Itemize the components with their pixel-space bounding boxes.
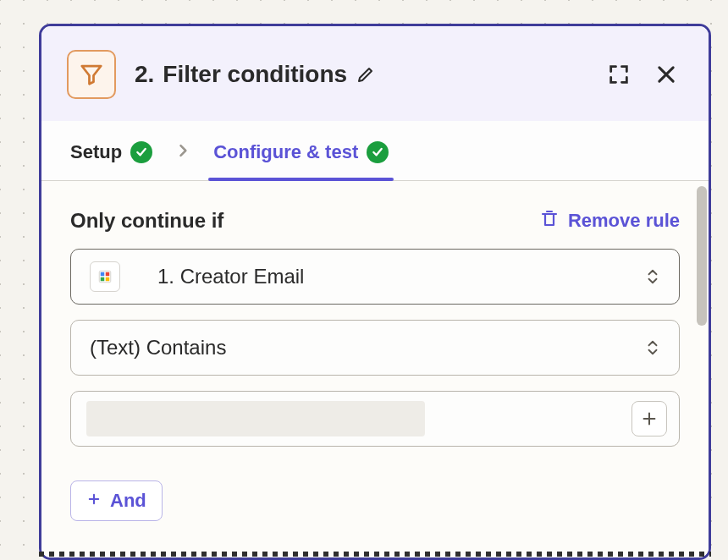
step-title-text: Filter conditions — [163, 61, 347, 88]
panel-title: 2. Filter conditions — [135, 61, 588, 88]
tab-configure-label: Configure & test — [213, 141, 358, 163]
panel-header: 2. Filter conditions — [41, 26, 709, 121]
pencil-icon[interactable] — [356, 64, 376, 85]
filter-step-panel: 2. Filter conditions Setup — [39, 24, 711, 560]
tab-configure-test[interactable]: Configure & test — [201, 121, 400, 180]
svg-rect-2 — [106, 272, 110, 277]
close-icon[interactable] — [654, 63, 678, 86]
field-select-label: 1. Creator Email — [157, 265, 630, 288]
tab-setup-label: Setup — [70, 141, 122, 163]
check-icon — [367, 141, 389, 163]
section-title: Only continue if — [70, 209, 223, 233]
operator-select[interactable]: (Text) Contains — [70, 320, 680, 376]
remove-rule-button[interactable]: Remove rule — [539, 208, 680, 233]
and-label: And — [110, 490, 146, 512]
tabs: Setup Configure & test — [41, 121, 709, 181]
add-and-button[interactable]: And — [70, 480, 163, 521]
trash-icon — [539, 208, 560, 233]
tab-setup[interactable]: Setup — [58, 121, 164, 180]
plus-icon — [86, 490, 102, 512]
rule-header: Only continue if Remove rule — [41, 181, 709, 249]
check-icon — [130, 141, 152, 163]
panel-body: Only continue if Remove rule — [41, 181, 709, 557]
remove-rule-label: Remove rule — [568, 210, 680, 232]
svg-rect-4 — [106, 277, 110, 282]
operator-select-label: (Text) Contains — [90, 336, 630, 360]
svg-rect-3 — [101, 277, 105, 282]
chevron-right-icon — [174, 142, 191, 159]
filter-icon — [67, 50, 116, 99]
app-icon — [90, 261, 120, 292]
field-select[interactable]: 1. Creator Email — [70, 249, 680, 305]
value-input-row[interactable] — [70, 391, 680, 447]
insert-data-button[interactable] — [631, 401, 667, 436]
header-actions — [607, 63, 678, 86]
value-input[interactable] — [86, 401, 425, 436]
expand-icon[interactable] — [607, 63, 631, 86]
cutoff-indicator — [39, 552, 711, 557]
svg-rect-1 — [101, 272, 105, 277]
sort-icon — [645, 339, 660, 356]
sort-icon — [645, 268, 660, 285]
step-number: 2. — [135, 61, 154, 88]
scrollbar[interactable] — [697, 186, 707, 326]
